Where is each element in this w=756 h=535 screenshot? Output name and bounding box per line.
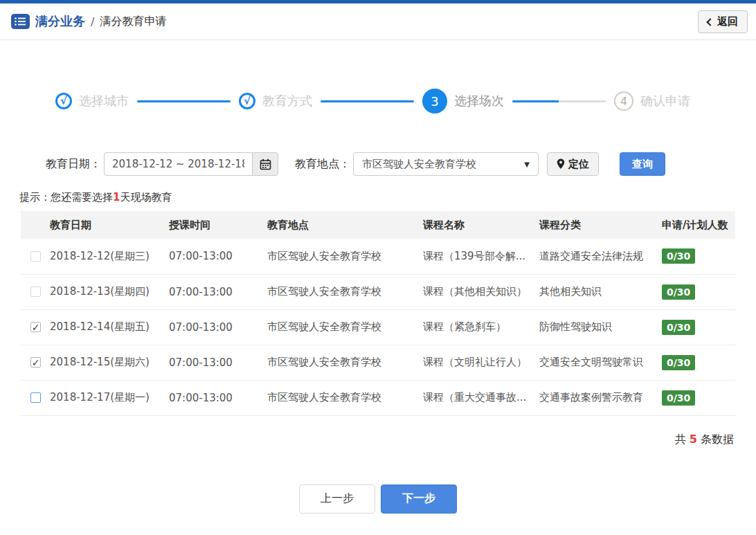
count-badge: 0/30 — [662, 320, 695, 335]
step-4-label: 确认申请 — [640, 93, 690, 109]
cell-education-location: 市区驾驶人安全教育学校 — [267, 345, 423, 380]
cell-education-date: 2018-12-13(星期四) — [50, 274, 169, 309]
record-count: 共 5 条数据 — [0, 433, 756, 447]
next-step-button[interactable]: 下一步 — [381, 484, 457, 514]
row-checkbox[interactable] — [30, 251, 41, 262]
chevron-left-icon — [706, 18, 714, 26]
cell-course-category: 防御性驾驶知识 — [539, 309, 662, 345]
cell-education-location: 市区驾驶人安全教育学校 — [267, 274, 423, 309]
step-1-select-city: √ 选择城市 — [55, 93, 129, 109]
step-3-select-session: 3 选择场次 — [422, 89, 504, 114]
cell-education-location: 市区驾驶人安全教育学校 — [267, 380, 423, 415]
cell-course-name: 课程（重大交通事故... — [423, 380, 539, 415]
date-range-group — [104, 152, 278, 176]
hint-text: 提示：您还需要选择1天现场教育 — [19, 191, 756, 204]
step-1-check-icon: √ — [55, 93, 72, 109]
date-range-input[interactable] — [104, 152, 252, 176]
step-indicator: √ 选择城市 √ 教育方式 3 选择场次 4 确认申请 — [0, 89, 756, 114]
chevron-down-icon: ▼ — [524, 161, 530, 168]
row-checkbox[interactable] — [30, 287, 41, 297]
locate-button[interactable]: 定位 — [547, 152, 599, 176]
session-table-body: 2018-12-12(星期三) 07:00-13:00 市区驾驶人安全教育学校 … — [21, 239, 735, 415]
cell-class-time: 07:00-13:00 — [169, 239, 267, 274]
table-row[interactable]: 2018-12-12(星期三) 07:00-13:00 市区驾驶人安全教育学校 … — [21, 239, 735, 274]
col-class-time: 授课时间 — [169, 211, 267, 239]
count-badge: 0/30 — [662, 248, 695, 264]
row-checkbox[interactable]: ✓ — [30, 357, 41, 368]
cell-course-name: 课程（文明礼让行人） — [423, 345, 539, 380]
hint-days-remaining: 1 — [113, 191, 120, 203]
cell-course-name: 课程（其他相关知识） — [423, 274, 539, 309]
location-select-value: 市区驾驶人安全教育学校 — [362, 158, 476, 171]
locate-button-label: 定位 — [568, 158, 589, 171]
breadcrumb-section[interactable]: 满分业务 — [35, 13, 85, 30]
filter-bar: 教育日期： 教育地点： 市区驾驶人安全教育学校 ▼ 定位 查询 — [0, 152, 756, 176]
hint-prefix: 提示：您还需要选择 — [19, 191, 113, 203]
cell-class-time: 07:00-13:00 — [169, 380, 267, 415]
col-checkbox — [21, 211, 50, 239]
step-connector-1 — [137, 100, 231, 102]
location-select[interactable]: 市区驾驶人安全教育学校 ▼ — [353, 152, 539, 176]
step-2-label: 教育方式 — [262, 93, 312, 109]
back-button[interactable]: 返回 — [698, 10, 748, 33]
cell-education-date: 2018-12-15(星期六) — [50, 345, 169, 380]
previous-step-button[interactable]: 上一步 — [299, 484, 375, 514]
col-education-location: 教育地点 — [267, 211, 423, 239]
page-header: 满分业务 / 满分教育申请 返回 — [0, 3, 756, 40]
hint-suffix: 天现场教育 — [120, 191, 172, 203]
cell-education-date: 2018-12-14(星期五) — [50, 309, 169, 345]
col-course-name: 课程名称 — [423, 211, 539, 239]
count-value: 5 — [690, 433, 697, 446]
count-badge: 0/30 — [662, 390, 695, 406]
col-education-date: 教育日期 — [50, 211, 169, 239]
cell-class-time: 07:00-13:00 — [169, 345, 267, 380]
search-button[interactable]: 查询 — [620, 152, 665, 176]
cell-course-category: 交通安全文明驾驶常识 — [539, 345, 662, 380]
cell-education-date: 2018-12-12(星期三) — [50, 239, 169, 274]
education-date-label: 教育日期： — [46, 157, 101, 172]
table-row[interactable]: ✓ 2018-12-15(星期六) 07:00-13:00 市区驾驶人安全教育学… — [21, 345, 735, 380]
table-row[interactable]: 2018-12-17(星期一) 07:00-13:00 市区驾驶人安全教育学校 … — [21, 380, 735, 415]
step-connector-3 — [512, 100, 606, 102]
cell-course-name: 课程（紧急刹车） — [423, 309, 539, 345]
row-checkbox[interactable] — [30, 392, 41, 403]
session-table: 教育日期 授课时间 教育地点 课程名称 课程分类 申请/计划人数 2018-12… — [21, 211, 735, 416]
count-badge: 0/30 — [662, 355, 695, 370]
cell-course-category: 其他相关知识 — [539, 274, 662, 309]
cell-class-time: 07:00-13:00 — [169, 274, 267, 309]
step-4-number: 4 — [614, 91, 633, 111]
back-button-label: 返回 — [717, 15, 738, 28]
table-row[interactable]: 2018-12-13(星期四) 07:00-13:00 市区驾驶人安全教育学校 … — [21, 274, 735, 309]
step-1-label: 选择城市 — [79, 93, 129, 109]
count-prefix: 共 — [675, 433, 686, 446]
wizard-actions: 上一步 下一步 — [0, 484, 756, 514]
step-2-education-mode: √ 教育方式 — [239, 93, 312, 109]
cell-course-category: 道路交通安全法律法规 — [539, 239, 662, 274]
breadcrumb-list-icon — [11, 14, 30, 29]
step-4-confirm-application: 4 确认申请 — [614, 91, 690, 111]
calendar-icon — [260, 158, 271, 170]
cell-course-name: 课程（139号部令解... — [423, 239, 539, 274]
col-course-category: 课程分类 — [539, 211, 662, 239]
count-badge: 0/30 — [662, 284, 695, 300]
breadcrumb-separator: / — [91, 15, 94, 28]
row-checkbox[interactable]: ✓ — [30, 322, 41, 332]
cell-course-category: 交通事故案例警示教育 — [539, 380, 662, 415]
session-table-header: 教育日期 授课时间 教育地点 课程名称 课程分类 申请/计划人数 — [21, 211, 735, 239]
table-row[interactable]: ✓ 2018-12-14(星期五) 07:00-13:00 市区驾驶人安全教育学… — [21, 309, 735, 345]
cell-education-location: 市区驾驶人安全教育学校 — [267, 239, 423, 274]
page-title: 满分教育申请 — [100, 15, 166, 29]
cell-education-date: 2018-12-17(星期一) — [50, 380, 169, 415]
location-pin-icon — [557, 158, 565, 170]
count-suffix: 条数据 — [701, 433, 734, 446]
step-3-label: 选择场次 — [454, 93, 504, 109]
cell-education-location: 市区驾驶人安全教育学校 — [267, 309, 423, 345]
breadcrumb: 满分业务 / 满分教育申请 — [11, 13, 166, 30]
step-connector-2 — [321, 100, 414, 102]
cell-class-time: 07:00-13:00 — [169, 309, 267, 345]
step-3-number: 3 — [422, 89, 447, 114]
col-applied-planned: 申请/计划人数 — [662, 211, 735, 239]
education-location-label: 教育地点： — [295, 157, 350, 172]
calendar-button[interactable] — [252, 152, 278, 176]
step-2-check-icon: √ — [239, 93, 255, 109]
